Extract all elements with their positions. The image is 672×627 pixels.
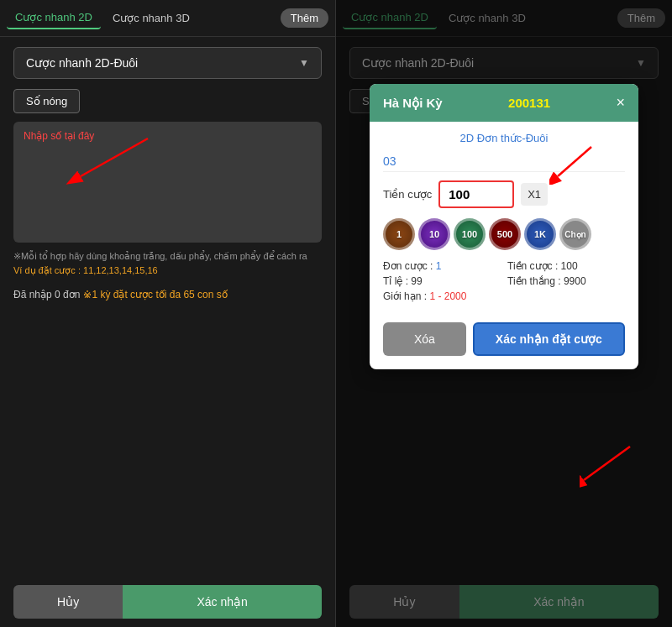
- chip-1[interactable]: 1: [383, 218, 415, 250]
- left-count-text: Đã nhập 0 đơn: [13, 289, 80, 300]
- dialog-xoa-button[interactable]: Xóa: [383, 322, 466, 356]
- chip-500[interactable]: 500: [489, 218, 521, 250]
- dialog-arrow-svg: [549, 143, 600, 185]
- bet-dialog: Hà Nội Kỳ 200131 × 2D Đơn thức-Đuôi: [370, 84, 638, 369]
- tien-cuoc-input[interactable]: [438, 180, 514, 208]
- left-input-hint: Nhập số tại đây: [24, 130, 94, 142]
- gioi-han-val: 1 - 2000: [429, 290, 466, 302]
- dialog-xacnhan-button[interactable]: Xác nhận đặt cược: [473, 322, 625, 356]
- chip-1k[interactable]: 1K: [524, 218, 556, 250]
- tien-cuoc-label: Tiền cược: [383, 188, 432, 201]
- chip-chon[interactable]: Chọn: [559, 218, 591, 250]
- dialog-ky-number: 200131: [508, 96, 550, 110]
- left-limit-text: ※1 kỳ đặt cược tối đa 65 con số: [83, 289, 227, 300]
- left-tab-2d[interactable]: Cược nhanh 2D: [7, 7, 101, 29]
- left-panel: Cược nhanh 2D Cược nhanh 3D Thêm Cược nh…: [0, 0, 336, 627]
- svg-line-5: [584, 447, 630, 480]
- don-cuoc-label: Đơn cược : 1: [383, 260, 501, 272]
- right-panel: Cược nhanh 2D Cược nhanh 3D Thêm Cược nh…: [336, 0, 672, 627]
- gioi-han-stat: Giới hạn : 1 - 2000: [383, 290, 501, 302]
- left-xacnhan-button[interactable]: Xác nhận: [123, 585, 322, 619]
- left-tab-them[interactable]: Thêm: [281, 8, 328, 28]
- dialog-title: Hà Nội Kỳ: [383, 96, 443, 111]
- left-dropdown-row: Cược nhanh 2D-Đuôi ▼: [0, 37, 335, 89]
- outer-arrow-svg: [580, 442, 647, 493]
- left-input-area: Nhập số tại đây: [13, 122, 322, 243]
- left-count-row: Đã nhập 0 đơn ※1 kỳ đặt cược tối đa 65 c…: [0, 284, 335, 306]
- left-tab-3d[interactable]: Cược nhanh 3D: [104, 8, 198, 29]
- left-example-value: 11,12,13,14,15,16: [83, 265, 158, 275]
- dialog-bottom-buttons: Xóa Xác nhận đặt cược: [370, 322, 638, 369]
- left-spacer: [0, 306, 335, 577]
- left-dropdown-btn[interactable]: Cược nhanh 2D-Đuôi ▼: [13, 47, 322, 79]
- left-text-input[interactable]: [22, 130, 313, 231]
- chevron-down-icon: ▼: [299, 57, 309, 69]
- left-example-label: Ví dụ đặt cược :: [13, 265, 81, 275]
- left-so-nong-btn[interactable]: Số nóng: [13, 89, 80, 113]
- don-cuoc-val: 1: [436, 260, 442, 272]
- chip-row: 1 10 100 500 1K Chọn: [383, 218, 625, 250]
- dialog-close-button[interactable]: ×: [616, 94, 625, 112]
- svg-line-3: [558, 147, 591, 176]
- dialog-header: Hà Nội Kỳ 200131 ×: [370, 84, 638, 122]
- left-info-line1: ※Mỗi tổ hợp hãy dùng khoảng trắng, dấu p…: [13, 251, 307, 261]
- left-dropdown-label: Cược nhanh 2D-Đuôi: [26, 56, 138, 70]
- left-info-text: ※Mỗi tổ hợp hãy dùng khoảng trắng, dấu p…: [0, 243, 335, 284]
- tien-thang-val: 9900: [564, 275, 586, 287]
- left-huy-button[interactable]: Hủy: [13, 585, 123, 619]
- chip-10[interactable]: 10: [418, 218, 450, 250]
- left-so-nong-row: Số nóng: [0, 89, 335, 122]
- dialog-overlay: Hà Nội Kỳ 200131 × 2D Đơn thức-Đuôi: [336, 0, 672, 627]
- stats-grid: Đơn cược : 1 Tiền cược : 100 Tỉ lệ : 99 …: [383, 260, 625, 302]
- left-tab-bar: Cược nhanh 2D Cược nhanh 3D Thêm: [0, 0, 335, 37]
- ti-le-stat: Tỉ lệ : 99: [383, 275, 501, 287]
- tien-cuoc-stat: Tiền cược : 100: [507, 260, 625, 272]
- multiplier-label: X1: [521, 183, 548, 206]
- dialog-body: 2D Đơn thức-Đuôi 03: [370, 122, 638, 322]
- chip-100[interactable]: 100: [454, 218, 486, 250]
- tien-cuoc-stat-val: 100: [561, 260, 578, 272]
- tien-thang-stat: Tiền thắng : 9900: [507, 275, 625, 287]
- ti-le-val: 99: [411, 275, 422, 287]
- left-bottom-buttons: Hủy Xác nhận: [0, 577, 335, 627]
